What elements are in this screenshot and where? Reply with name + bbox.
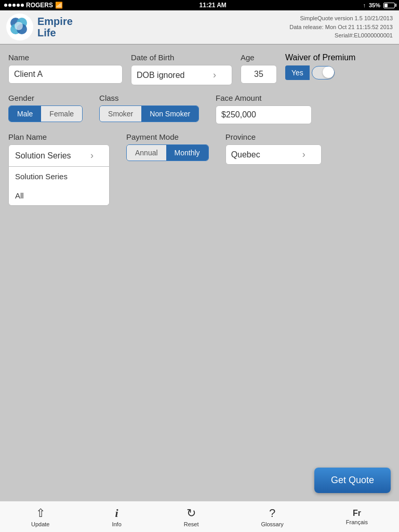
province-chevron-icon: › (302, 149, 305, 160)
province-select[interactable]: Quebec › (225, 144, 322, 165)
update-label: Update (31, 521, 49, 527)
nav-update[interactable]: ⇧ Update (31, 507, 49, 527)
dob-value: DOB ignored (137, 71, 185, 80)
plan-option-all[interactable]: All (9, 186, 109, 205)
province-label: Province (225, 132, 322, 141)
class-nonsmoker-button[interactable]: Non Smoker (141, 106, 198, 122)
gender-label: Gender (8, 94, 83, 102)
plan-name-group: Plan Name Solution Series › Solution Ser… (8, 132, 110, 167)
wop-yes-button[interactable]: Yes (285, 65, 310, 80)
status-time: 11:21 AM (200, 2, 227, 9)
plan-name-dropdown-container: Solution Series › Solution Series All (8, 144, 110, 167)
plan-option-solution-series[interactable]: Solution Series (9, 167, 109, 186)
wop-label: Waiver of Premium (285, 53, 355, 62)
wop-slider-thumb (323, 66, 334, 78)
name-input[interactable] (8, 65, 123, 84)
glossary-icon: ? (269, 507, 275, 520)
age-label: Age (241, 53, 277, 62)
nav-francais[interactable]: Fr Français (346, 509, 368, 525)
plan-name-label: Plan Name (8, 132, 110, 141)
payment-monthly-button[interactable]: Monthly (166, 145, 208, 161)
get-quote-button[interactable]: Get Quote (314, 468, 391, 493)
plan-chevron-icon: › (90, 150, 94, 161)
plan-name-value: Solution Series (15, 151, 71, 161)
gender-male-button[interactable]: Male (9, 106, 41, 122)
wop-group: Waiver of Premium Yes (285, 53, 355, 80)
payment-annual-button[interactable]: Annual (127, 145, 166, 161)
app-header: Empire Life SimpleQuote version 1.5 10/2… (0, 10, 399, 44)
empire-life-logo (6, 14, 33, 41)
reset-label: Reset (184, 521, 199, 527)
status-right: ↑ 35% (363, 2, 395, 8)
dob-chevron-icon: › (213, 70, 216, 81)
class-group: Class Smoker Non Smoker (99, 94, 199, 122)
class-smoker-button[interactable]: Smoker (100, 106, 141, 122)
province-group: Province Quebec › (225, 132, 322, 165)
bottom-nav: ⇧ Update i Info ↻ Reset ? Glossary Fr Fr… (0, 501, 399, 532)
payment-mode-group: Payment Mode Annual Monthly (126, 132, 209, 161)
carrier-name: ROGERS (26, 2, 53, 9)
form-row-2: Gender Male Female Class Smoker Non Smok… (8, 94, 391, 124)
gender-female-button[interactable]: Female (41, 106, 82, 122)
version-text: SimpleQuote version 1.5 10/21/2013 (289, 14, 393, 23)
location-icon: ↑ (363, 2, 366, 8)
wop-toggle: Yes (285, 65, 355, 80)
battery-percent: 35% (369, 2, 380, 8)
francais-label: Français (346, 519, 368, 525)
status-bar: ROGERS 📶 11:21 AM ↑ 35% (0, 0, 399, 10)
nav-info[interactable]: i Info (112, 507, 121, 527)
nav-reset[interactable]: ↻ Reset (184, 507, 199, 527)
francais-icon: Fr (353, 509, 361, 518)
face-amount-input[interactable] (216, 105, 312, 124)
dob-group: Date of Birth DOB ignored › (131, 53, 232, 85)
dob-label: Date of Birth (131, 53, 232, 62)
reset-icon: ↻ (187, 507, 196, 520)
age-input[interactable] (241, 65, 277, 84)
plan-dropdown-list: Solution Series All (8, 167, 110, 206)
payment-mode-toggle: Annual Monthly (126, 144, 209, 161)
signal-dots (4, 4, 24, 7)
glossary-label: Glossary (261, 521, 283, 527)
main-content: Name Date of Birth DOB ignored › Age Wai… (0, 45, 399, 501)
update-icon: ⇧ (36, 507, 45, 520)
wop-slider[interactable] (312, 66, 335, 79)
logo-text: Empire Life (37, 16, 73, 38)
form-row-1: Name Date of Birth DOB ignored › Age Wai… (8, 53, 391, 85)
plan-name-select[interactable]: Solution Series › (8, 144, 110, 167)
class-label: Class (99, 94, 199, 102)
logo-container: Empire Life (6, 14, 73, 41)
info-icon: i (115, 507, 118, 520)
name-label: Name (8, 53, 123, 62)
wifi-icon: 📶 (55, 2, 63, 9)
payment-mode-label: Payment Mode (126, 132, 209, 141)
province-value: Quebec (231, 150, 260, 159)
svg-point-5 (15, 22, 23, 30)
class-toggle: Smoker Non Smoker (99, 105, 199, 122)
nav-glossary[interactable]: ? Glossary (261, 507, 283, 527)
gender-toggle: Male Female (8, 105, 83, 122)
status-left: ROGERS 📶 (4, 2, 63, 9)
data-release-text: Data release: Mon Oct 21 11:15:52 2013 (289, 23, 393, 32)
age-group: Age (241, 53, 277, 84)
face-amount-group: Face Amount (216, 94, 312, 124)
face-amount-label: Face Amount (216, 94, 312, 102)
battery-icon (383, 3, 395, 8)
serial-text: Serial#:EL0000000001 (289, 31, 393, 40)
info-label: Info (112, 521, 121, 527)
name-group: Name (8, 53, 123, 84)
dob-select[interactable]: DOB ignored › (131, 65, 232, 85)
version-info: SimpleQuote version 1.5 10/21/2013 Data … (289, 14, 393, 40)
gender-group: Gender Male Female (8, 94, 83, 122)
form-row-3: Plan Name Solution Series › Solution Ser… (8, 132, 391, 167)
